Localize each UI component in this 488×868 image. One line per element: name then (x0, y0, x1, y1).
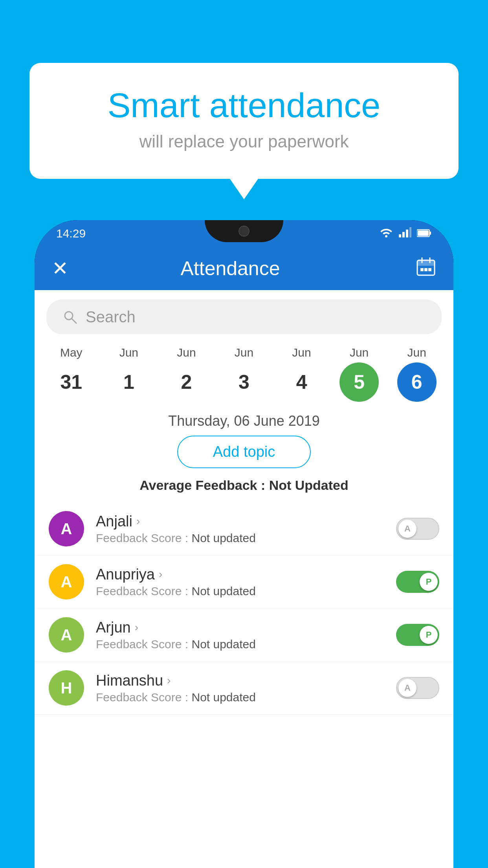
student-name: Anjali › (96, 513, 396, 530)
svg-rect-5 (429, 232, 431, 235)
attendance-toggle[interactable]: P (396, 571, 439, 593)
cal-date-number: 6 (397, 362, 437, 402)
toggle-thumb: P (420, 626, 438, 644)
chevron-icon: › (135, 621, 138, 634)
toggle-thumb: A (398, 520, 416, 538)
search-bar[interactable]: Search (46, 300, 442, 334)
cal-month-label: Jun (119, 346, 138, 359)
phone-notch (205, 220, 283, 242)
student-list: AAnjali ›Feedback Score : Not updatedAAA… (35, 502, 453, 715)
svg-rect-13 (428, 268, 431, 271)
cal-date-number: 5 (339, 362, 379, 402)
student-name: Arjun › (96, 619, 396, 636)
avg-feedback-value: Not Updated (269, 478, 349, 493)
time-display: 14:29 (56, 227, 86, 240)
cal-date-number: 31 (51, 362, 91, 402)
calendar-day[interactable]: Jun2 (161, 346, 212, 402)
cal-date-number: 1 (109, 362, 149, 402)
calendar-day[interactable]: Jun6 (391, 346, 442, 402)
toggle-thumb: P (420, 573, 438, 591)
avg-feedback: Average Feedback : Not Updated (35, 478, 453, 493)
avg-feedback-label: Average Feedback : (139, 478, 269, 493)
cal-date-number: 2 (167, 362, 206, 402)
speech-bubble: Smart attendance will replace your paper… (29, 63, 459, 179)
calendar-strip: May31Jun1Jun2Jun3Jun4Jun5Jun6 (35, 342, 453, 402)
attendance-toggle[interactable]: A (396, 518, 439, 540)
avatar: A (49, 617, 84, 653)
cal-date-number: 4 (282, 362, 321, 402)
svg-line-15 (72, 318, 76, 323)
app-title: Attendance (45, 257, 416, 280)
phone-frame: 14:29 (35, 220, 453, 868)
app-bar: ✕ Attendance (35, 247, 453, 290)
calendar-day[interactable]: Jun3 (218, 346, 270, 402)
cal-month-label: May (60, 346, 83, 359)
svg-rect-8 (417, 260, 435, 266)
cal-month-label: Jun (407, 346, 426, 359)
svg-rect-2 (406, 230, 408, 237)
student-name: Himanshu › (96, 672, 396, 689)
svg-rect-1 (402, 232, 405, 237)
attendance-toggle[interactable]: A (396, 677, 439, 699)
student-item[interactable]: AAnjali ›Feedback Score : Not updatedA (35, 502, 453, 555)
signal-icon (399, 227, 411, 240)
avatar: A (49, 564, 84, 600)
toggle-wrapper: A (396, 677, 439, 699)
speech-bubble-container: Smart attendance will replace your paper… (29, 63, 459, 179)
camera (238, 226, 250, 237)
add-topic-button[interactable]: Add topic (177, 436, 311, 468)
battery-icon (417, 227, 432, 240)
cal-month-label: Jun (235, 346, 253, 359)
feedback-score: Feedback Score : Not updated (96, 531, 396, 545)
speech-subtitle: will replace your paperwork (61, 132, 427, 151)
search-placeholder: Search (86, 308, 136, 326)
svg-rect-11 (420, 268, 424, 271)
cal-month-label: Jun (292, 346, 311, 359)
status-icons (379, 227, 432, 240)
toggle-thumb: A (398, 679, 416, 697)
chevron-icon: › (136, 515, 140, 528)
svg-rect-12 (424, 268, 427, 271)
student-item[interactable]: HHimanshu ›Feedback Score : Not updatedA (35, 662, 453, 715)
status-bar: 14:29 (35, 220, 453, 247)
cal-month-label: Jun (350, 346, 369, 359)
student-item[interactable]: AArjun ›Feedback Score : Not updatedP (35, 609, 453, 662)
student-info: Arjun ›Feedback Score : Not updated (96, 619, 396, 651)
calendar-day[interactable]: May31 (46, 346, 97, 402)
feedback-score: Feedback Score : Not updated (96, 638, 396, 651)
feedback-score: Feedback Score : Not updated (96, 691, 396, 704)
attendance-toggle[interactable]: P (396, 624, 439, 646)
cal-date-number: 3 (224, 362, 264, 402)
student-info: Anupriya ›Feedback Score : Not updated (96, 566, 396, 598)
selected-date-heading: Thursday, 06 June 2019 (35, 413, 453, 429)
feedback-score: Feedback Score : Not updated (96, 585, 396, 598)
student-item[interactable]: AAnupriya ›Feedback Score : Not updatedP (35, 555, 453, 609)
calendar-day[interactable]: Jun4 (276, 346, 327, 402)
chevron-icon: › (159, 568, 162, 581)
svg-rect-3 (409, 227, 411, 237)
wifi-icon (379, 227, 393, 240)
phone-content: Search May31Jun1Jun2Jun3Jun4Jun5Jun6 Thu… (35, 290, 453, 868)
chevron-icon: › (167, 674, 171, 687)
toggle-wrapper: P (396, 571, 439, 593)
toggle-wrapper: A (396, 518, 439, 540)
cal-month-label: Jun (177, 346, 196, 359)
search-icon (62, 309, 78, 325)
avatar: H (49, 670, 84, 706)
toggle-wrapper: P (396, 624, 439, 646)
svg-rect-0 (399, 234, 401, 237)
speech-title: Smart attendance (61, 86, 427, 125)
student-info: Himanshu ›Feedback Score : Not updated (96, 672, 396, 704)
calendar-day[interactable]: Jun1 (103, 346, 154, 402)
svg-rect-6 (418, 230, 429, 236)
avatar: A (49, 511, 84, 546)
student-info: Anjali ›Feedback Score : Not updated (96, 513, 396, 545)
calendar-button[interactable] (416, 256, 436, 281)
calendar-day[interactable]: Jun5 (334, 346, 385, 402)
student-name: Anupriya › (96, 566, 396, 583)
